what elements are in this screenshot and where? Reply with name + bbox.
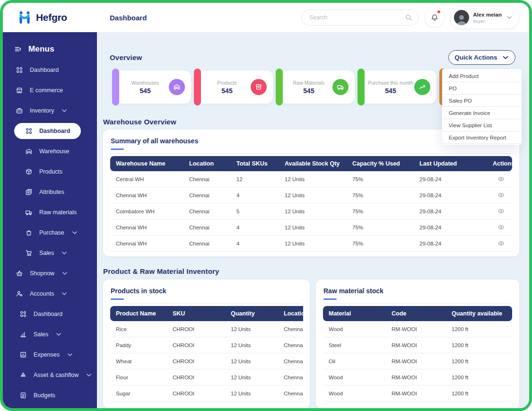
menu-item-po[interactable]: PO	[442, 82, 522, 95]
view-row-button[interactable]	[497, 208, 505, 215]
stat-label: Products	[217, 80, 236, 86]
menu-item-view-supplier-list[interactable]: View Supplier List	[442, 119, 522, 131]
table-header: MaterialCodeQuantity available	[323, 306, 512, 321]
stat-value: 545	[140, 87, 150, 95]
stat-value: 545	[303, 87, 314, 95]
sidebar-item-label: Inventory	[30, 107, 54, 114]
table-cell: Flour	[110, 375, 167, 380]
table-row: Central WHChennai1212 Units75%29-08-24	[110, 171, 512, 187]
sidebar-item-label: Dashboard	[39, 128, 70, 134]
sidebar-item-expenses[interactable]: Expenses	[3, 344, 97, 365]
table-row: WoodRM-WOOI1200 ft	[323, 321, 512, 337]
sidebar: Menus DashboardE commerceInventoryDashbo…	[3, 32, 97, 408]
view-row-button[interactable]	[497, 192, 505, 199]
view-row-button[interactable]	[497, 240, 505, 247]
sidebar-item-attributes[interactable]: Attributes	[3, 182, 97, 202]
column-header: Location	[278, 310, 303, 317]
table-cell: 12 Units	[279, 209, 347, 214]
sidebar-item-e-commerce[interactable]: E commerce	[3, 80, 97, 100]
table-cell: Chennai	[278, 342, 303, 348]
menu-item-add-product[interactable]: Add Product	[442, 70, 522, 82]
search-input[interactable]	[309, 14, 405, 21]
menu-item-generate-invoice[interactable]: Generate Invoice	[442, 107, 522, 119]
column-header: Total SKUs	[231, 160, 279, 167]
table-cell: RM-WOOI	[386, 375, 446, 380]
column-header: Material	[323, 310, 386, 317]
table-row: Coimbatore WHChennai512 Units75%29-08-24	[110, 203, 512, 219]
warehouse-icon	[169, 79, 185, 95]
search-icon[interactable]	[405, 14, 412, 21]
sidebar-item-dashboard[interactable]: Dashboard	[3, 60, 97, 80]
inventory-section-heading: Product & Raw Material Inventory	[103, 267, 219, 275]
sidebar-collapse-icon[interactable]	[14, 45, 22, 53]
menu-item-sales-po[interactable]: Sales PO	[442, 95, 522, 107]
table-header: Product NameSKUQuantityLocation	[110, 306, 303, 321]
sidebar-item-warehouse[interactable]: Warehouse	[3, 141, 97, 161]
sidebar-item-sales[interactable]: Sales	[3, 324, 97, 344]
sidebar-item-label: Raw materials	[39, 209, 77, 216]
table-row: SugarCHROOI12 UnitsChennai	[110, 385, 303, 402]
table-cell: Chennai	[278, 375, 303, 380]
archive-icon	[251, 79, 267, 95]
grid-icon	[19, 310, 27, 318]
user-menu[interactable]: Alex meian Buyer	[451, 7, 519, 28]
briefcase-icon	[15, 107, 24, 114]
table-cell: 29-08-24	[414, 192, 487, 198]
table-row: FlourCHROOI12 UnitsChennai	[110, 369, 303, 385]
avatar	[454, 10, 469, 25]
sidebar-item-shopnow[interactable]: Shopnow	[3, 263, 97, 283]
actions-cell	[487, 224, 512, 231]
top-header: Hefgro Dashboard Alex meian Buyer	[3, 3, 529, 32]
raw-card-title: Raw material stock	[316, 280, 519, 298]
stat-card-raw-materials: Raw Materials545	[276, 70, 355, 104]
table-cell: 29-08-24	[414, 176, 487, 182]
column-header: Quantity available	[446, 310, 512, 317]
sidebar-item-products[interactable]: Products	[3, 161, 97, 182]
app-window: Hefgro Dashboard Alex meian Buyer	[0, 0, 532, 411]
table-cell: Chennai	[183, 225, 231, 230]
table-row: SteelRM-WOOI1200 ft	[323, 337, 512, 353]
notifications-button[interactable]	[425, 8, 444, 27]
chevron-down-icon	[506, 14, 513, 21]
divider	[111, 153, 512, 154]
sidebar-item-label: Attributes	[39, 189, 64, 195]
column-header: Actions	[487, 160, 522, 167]
table-cell: 12	[231, 176, 279, 182]
chevron-down-icon	[61, 270, 69, 277]
card-accent-bar	[112, 69, 119, 105]
chevron-down-icon	[71, 229, 78, 236]
table-cell: 75%	[347, 192, 414, 198]
sidebar-item-budgets[interactable]: Budgets	[3, 385, 97, 405]
table-header: Warehouse NameLocationTotal SKUsAvailabl…	[110, 156, 512, 171]
table-cell: Chennai	[183, 241, 231, 246]
view-row-button[interactable]	[497, 175, 505, 183]
sidebar-item-purchase[interactable]: Purchase	[3, 222, 97, 243]
sidebar-item-sales[interactable]: Sales	[3, 243, 97, 263]
menu-item-export-inventory-report[interactable]: Export Inventory Report	[442, 131, 522, 144]
table-cell: Wheat	[110, 359, 167, 364]
table-cell: 12 Units	[279, 192, 347, 198]
divider	[111, 303, 302, 304]
divider	[323, 303, 512, 304]
view-row-button[interactable]	[497, 224, 505, 231]
stat-label: Purchase this month	[368, 80, 413, 86]
title-accent	[111, 149, 124, 150]
sidebar-item-accounts[interactable]: Accounts	[3, 283, 97, 304]
table-cell: 29-08-24	[414, 241, 487, 246]
table-cell: Chennai	[183, 192, 231, 198]
quick-actions-button[interactable]: Quick Actions	[448, 50, 515, 65]
table-cell: 12 Units	[225, 375, 278, 380]
chevron-down-icon	[502, 54, 509, 61]
bag-icon	[25, 229, 33, 236]
table-cell: CHROOI	[167, 375, 225, 380]
sidebar-item-dashboard[interactable]: Dashboard	[3, 304, 97, 324]
brand-name: Hefgro	[36, 12, 67, 23]
table-cell: 1200 ft	[446, 326, 512, 332]
actions-cell	[487, 208, 512, 215]
table-cell: CHROOI	[167, 342, 225, 348]
sidebar-item-dashboard[interactable]: Dashboard	[14, 123, 81, 139]
sidebar-item-raw-materials[interactable]: Raw materials	[3, 202, 97, 222]
sidebar-item-inventory[interactable]: Inventory	[3, 100, 97, 121]
sidebar-item-asset-cashflow[interactable]: Asset & cashflow	[3, 365, 97, 385]
sidebar-item-label: Sales	[34, 331, 48, 338]
